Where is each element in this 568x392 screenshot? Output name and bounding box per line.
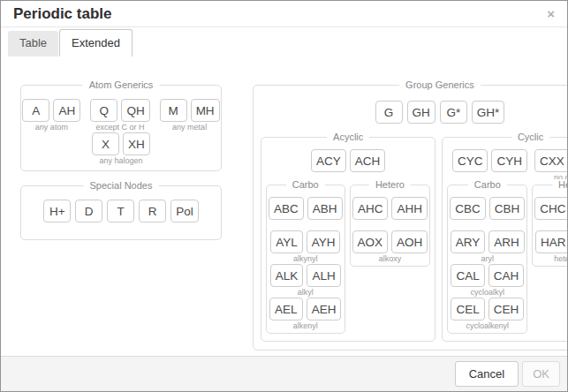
button-pair: ARYARH bbox=[451, 230, 525, 253]
pair-caption bbox=[487, 220, 489, 230]
button-pair: MMH bbox=[160, 99, 220, 122]
node-button-ael[interactable]: AEL bbox=[269, 298, 303, 320]
right-column: Group Generics GGHG*GH* Acyclic ACYACH C… bbox=[253, 85, 567, 356]
button-pair: CALCAH bbox=[451, 264, 524, 287]
node-button-ach[interactable]: ACH bbox=[350, 149, 386, 172]
button-pair: AYLAYH bbox=[270, 230, 340, 253]
node-button-cxx[interactable]: CXX bbox=[534, 149, 567, 172]
node-button-aeh[interactable]: AEH bbox=[307, 298, 342, 320]
acyclic-hetero-legend: Hetero bbox=[369, 179, 411, 191]
node-button-t[interactable]: T bbox=[107, 200, 134, 222]
group-generics-legend: Group Generics bbox=[399, 79, 481, 91]
pair-caption: alkynyl bbox=[293, 253, 318, 264]
pair-caption: alkoxy bbox=[379, 253, 402, 264]
button-pair: ALKALH bbox=[270, 264, 341, 287]
acyclic-legend: Acyclic bbox=[327, 132, 369, 143]
node-button-pol[interactable]: Pol bbox=[170, 200, 199, 222]
node-button-gh[interactable]: GH bbox=[407, 101, 435, 124]
pair-caption: cycloalkenyl bbox=[466, 320, 510, 331]
node-button-cal[interactable]: CAL bbox=[451, 264, 484, 287]
pair-caption bbox=[389, 220, 391, 230]
node-button-r[interactable]: R bbox=[139, 200, 166, 222]
node-button-ary[interactable]: ARY bbox=[451, 230, 486, 253]
button-pair-group: AOXAOHalkoxy bbox=[352, 230, 428, 264]
cyclic-fieldset: Cyclic CYCCYH CXXCXHno carbon Carbo CBCC… bbox=[442, 137, 567, 342]
node-button-aoh[interactable]: AOH bbox=[391, 230, 428, 253]
pair-caption bbox=[305, 220, 307, 230]
acyclic-hetero-pairs: AHCAHH AOXAOHalkoxy bbox=[352, 197, 428, 264]
button-pair-group: AELAEHalkenyl bbox=[269, 298, 341, 331]
node-button-acy[interactable]: ACY bbox=[311, 149, 346, 172]
node-button-cah[interactable]: CAH bbox=[488, 264, 525, 287]
tab-bar: Table Extended bbox=[1, 27, 567, 57]
button-pair-group: AHCAHH bbox=[352, 197, 428, 230]
left-column: Atom Generics AAHany atomQQHexcept C or … bbox=[20, 85, 222, 356]
node-button-chc[interactable]: CHC bbox=[534, 197, 567, 220]
tab-extended[interactable]: Extended bbox=[59, 29, 133, 57]
group-generics-fieldset: Group Generics GGHG*GH* Acyclic ACYACH C… bbox=[253, 85, 567, 351]
node-button-ayl[interactable]: AYL bbox=[270, 230, 303, 253]
acyclic-top-row: ACYACH bbox=[264, 149, 432, 183]
pair-caption: hetero aryl bbox=[554, 253, 567, 264]
node-button-gstar[interactable]: G* bbox=[440, 101, 467, 124]
node-button-aox[interactable]: AOX bbox=[352, 230, 389, 253]
node-button-alk[interactable]: ALK bbox=[270, 264, 304, 287]
node-button-hplus[interactable]: H+ bbox=[43, 200, 71, 222]
node-button-qh[interactable]: QH bbox=[121, 99, 149, 122]
button-pair-group: CALCAHcycloalkyl bbox=[451, 264, 524, 298]
node-button-ah[interactable]: AH bbox=[53, 99, 80, 122]
node-button-ghstar[interactable]: GH* bbox=[472, 101, 505, 124]
button-pair: CBCCBH bbox=[450, 197, 525, 220]
pair-caption: cycloalkyl bbox=[471, 287, 505, 298]
dialog-title: Periodic table bbox=[13, 5, 111, 23]
node-button-cyc[interactable]: CYC bbox=[452, 149, 488, 172]
pair-caption: any metal bbox=[172, 122, 207, 132]
node-button-cbh[interactable]: CBH bbox=[489, 197, 526, 220]
atom-generics-legend: Atom Generics bbox=[83, 79, 160, 91]
node-button-ayh[interactable]: AYH bbox=[307, 230, 341, 253]
cyclic-hetero-pairs: CHCCHH HARHAHhetero aryl bbox=[534, 197, 567, 264]
node-button-har[interactable]: HAR bbox=[535, 230, 567, 253]
node-button-a[interactable]: A bbox=[22, 99, 49, 122]
pair-caption bbox=[347, 172, 350, 183]
node-button-cyh[interactable]: CYH bbox=[491, 149, 527, 172]
node-button-xh[interactable]: XH bbox=[123, 132, 150, 155]
atom-generics-fieldset: Atom Generics AAHany atomQQHexcept C or … bbox=[20, 85, 222, 171]
special-nodes-legend: Special Nodes bbox=[84, 180, 159, 192]
acyclic-fieldset: Acyclic ACYACH Carbo ABCABH AYLAYHalkyny… bbox=[261, 137, 435, 342]
node-button-ahc[interactable]: AHC bbox=[352, 197, 389, 220]
node-button-alh[interactable]: ALH bbox=[307, 264, 340, 287]
node-button-abh[interactable]: ABH bbox=[307, 197, 343, 220]
ok-button[interactable]: OK bbox=[522, 361, 560, 387]
tab-table[interactable]: Table bbox=[8, 31, 58, 57]
cancel-button[interactable]: Cancel bbox=[455, 361, 519, 387]
button-pair-group: MMHany metal bbox=[160, 99, 220, 132]
button-pair-group: ARYARHaryl bbox=[451, 230, 525, 264]
node-button-abc[interactable]: ABC bbox=[269, 197, 304, 220]
node-button-g[interactable]: G bbox=[375, 101, 403, 124]
button-pair-group: CXXCXHno carbon bbox=[534, 149, 567, 183]
button-pair: CELCEH bbox=[451, 298, 524, 320]
button-pair: ACYACH bbox=[311, 149, 385, 172]
dialog-footer: Cancel OK bbox=[1, 356, 567, 391]
special-nodes-row: H+DTRPol bbox=[27, 200, 216, 222]
pair-caption: alkyl bbox=[298, 287, 314, 298]
node-button-q[interactable]: Q bbox=[90, 99, 117, 122]
button-pair: AOXAOH bbox=[352, 230, 428, 253]
group-generics-row: GGHG*GH* bbox=[259, 101, 567, 124]
node-button-d[interactable]: D bbox=[75, 200, 102, 222]
node-button-cbc[interactable]: CBC bbox=[450, 197, 486, 220]
node-button-x[interactable]: X bbox=[92, 132, 119, 155]
cyclic-carbo-hetero-row: Carbo CBCCBH ARYARHarylCALCAHcycloalkylC… bbox=[445, 185, 567, 334]
pair-caption: except C or H bbox=[95, 122, 144, 132]
node-button-m[interactable]: M bbox=[160, 99, 187, 122]
node-button-mh[interactable]: MH bbox=[191, 99, 220, 122]
button-pair: CXXCXH bbox=[534, 149, 567, 172]
node-button-arh[interactable]: ARH bbox=[488, 230, 525, 253]
close-icon[interactable]: × bbox=[545, 7, 557, 20]
button-pair: QQH bbox=[90, 99, 149, 122]
node-button-cel[interactable]: CEL bbox=[451, 298, 484, 320]
node-button-ahh[interactable]: AHH bbox=[391, 197, 428, 220]
node-button-ceh[interactable]: CEH bbox=[488, 298, 525, 320]
pair-caption: any atom bbox=[35, 122, 68, 132]
